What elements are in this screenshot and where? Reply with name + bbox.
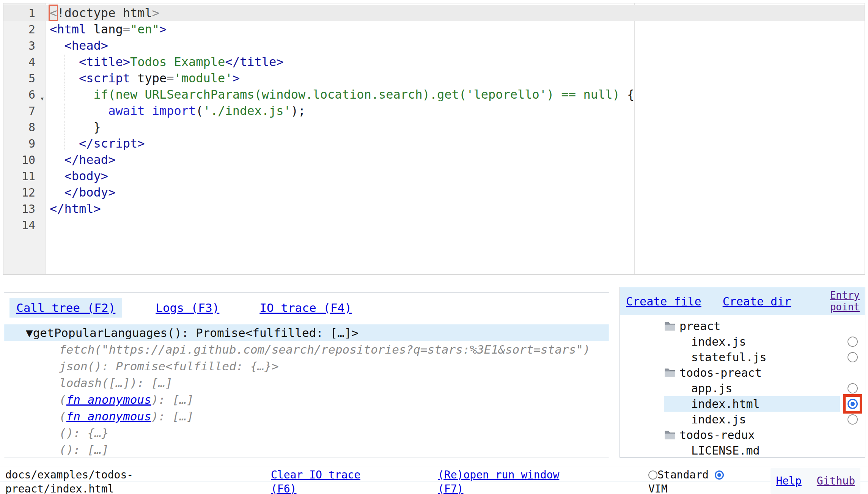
code-line[interactable]: 9 </script> bbox=[3, 135, 865, 152]
line-number: 1 bbox=[28, 5, 35, 21]
code-line[interactable]: 6▾ if(new URLSearchParams(window.locatio… bbox=[3, 87, 865, 103]
line-number: 12 bbox=[22, 184, 35, 201]
tree-file-row[interactable]: LICENSE.md bbox=[620, 443, 865, 458]
file-name[interactable]: todos-redux bbox=[679, 428, 755, 442]
tree-file-row[interactable]: index.js bbox=[620, 334, 865, 349]
tree-file-row[interactable]: index.js bbox=[620, 412, 865, 427]
call-tree-row[interactable]: (fn anonymous): […] bbox=[4, 391, 609, 408]
call-tree-row[interactable]: fetch("https://api.github.com/search/rep… bbox=[4, 341, 609, 358]
line-number: 11 bbox=[22, 168, 35, 184]
tree-dir-row[interactable]: todos-preact bbox=[620, 365, 865, 381]
code-line[interactable]: 10 </head> bbox=[3, 152, 865, 168]
fold-toggle-icon[interactable]: ▾ bbox=[40, 95, 44, 102]
entry-point-radio[interactable] bbox=[848, 399, 858, 409]
indent-guide bbox=[79, 87, 79, 102]
entry-point-radio[interactable] bbox=[848, 337, 858, 347]
code-line[interactable]: 12 </body> bbox=[3, 184, 865, 201]
line-number: 13 bbox=[22, 201, 35, 217]
code-line[interactable]: 4 <title>Todos Example</title> bbox=[3, 54, 865, 70]
tree-file-row[interactable]: index.html bbox=[620, 396, 865, 412]
collapse-icon[interactable]: ▼ bbox=[26, 326, 33, 340]
file-name[interactable]: stateful.js bbox=[691, 351, 767, 364]
call-tree-row[interactable]: ▼getPopularLanguages(): Promise<fulfille… bbox=[4, 324, 609, 341]
code-line[interactable]: 7 await import('./index.js'); bbox=[3, 103, 865, 119]
call-tree-row[interactable]: (): {…} bbox=[4, 425, 609, 441]
code-text: <title>Todos Example</title> bbox=[46, 54, 865, 70]
current-file-path: docs/examples/todos-preact/index.html bbox=[5, 468, 137, 494]
call-label: getPopularLanguages(): Promise<fulfilled… bbox=[33, 326, 359, 340]
entry-point-header-link[interactable]: Entry point bbox=[811, 289, 860, 313]
file-name[interactable]: index.js bbox=[691, 335, 746, 348]
create-file-button[interactable]: Create file bbox=[626, 295, 701, 308]
code-line[interactable]: 3 <head> bbox=[3, 38, 865, 54]
gutter-cell: 10 bbox=[3, 152, 46, 168]
create-dir-button[interactable]: Create dir bbox=[723, 295, 791, 308]
code-line[interactable]: 14 bbox=[3, 217, 865, 233]
tree-dir-row[interactable]: preact bbox=[620, 318, 865, 334]
call-tree-row[interactable]: (fn anonymous): […] bbox=[4, 408, 609, 425]
file-tree: preactindex.jsstateful.jstodos-preactapp… bbox=[620, 318, 865, 458]
call-tree-panel: Call tree (F2) Logs (F3) IO trace (F4) ▼… bbox=[4, 292, 609, 458]
tree-dir-row[interactable]: todos-redux bbox=[620, 427, 865, 443]
code-line[interactable]: 1<!doctype html> bbox=[3, 5, 865, 21]
call-label: (): […] bbox=[59, 443, 109, 456]
file-name[interactable]: app.js bbox=[691, 382, 732, 395]
line-number: 5 bbox=[28, 70, 35, 87]
entry-point-radio[interactable] bbox=[848, 383, 858, 393]
vim-mode-label: VIM bbox=[648, 482, 758, 494]
code-line[interactable]: 11 <body> bbox=[3, 168, 865, 184]
tab-logs[interactable]: Logs (F3) bbox=[149, 298, 226, 318]
folder-icon bbox=[664, 368, 676, 378]
call-tree-row[interactable]: json(): Promise<fulfilled: {…}> bbox=[4, 358, 609, 374]
tree-file-row[interactable]: app.js bbox=[620, 381, 865, 396]
file-name[interactable]: index.js bbox=[691, 413, 746, 426]
gutter-cell: 5 bbox=[3, 70, 46, 87]
indent-guide bbox=[64, 120, 65, 135]
code-line[interactable]: 2<html lang="en"> bbox=[3, 21, 865, 38]
anonymous-fn-link[interactable]: fn anonymous bbox=[66, 409, 151, 423]
tree-file-row[interactable]: stateful.js bbox=[620, 349, 865, 365]
gutter-cell: 2 bbox=[3, 21, 46, 38]
call-label: ( bbox=[59, 393, 66, 406]
reopen-run-window-button[interactable]: (Re)open run window (F7) bbox=[438, 468, 563, 494]
file-name[interactable]: index.html bbox=[691, 397, 760, 411]
gutter-cell: 9 bbox=[3, 135, 46, 152]
help-link[interactable]: Help bbox=[776, 475, 801, 487]
call-label: ): […] bbox=[151, 409, 194, 423]
folder-icon bbox=[664, 321, 676, 331]
call-tree-row[interactable]: lodash([…]): […] bbox=[4, 374, 609, 391]
code-text: } bbox=[46, 119, 865, 135]
code-editor[interactable]: 1<!doctype html>2<html lang="en">3 <head… bbox=[3, 3, 865, 275]
call-label: ( bbox=[59, 409, 66, 423]
line-number: 10 bbox=[22, 152, 35, 168]
file-name[interactable]: todos-preact bbox=[679, 366, 762, 379]
file-name[interactable]: LICENSE.md bbox=[691, 444, 760, 457]
vim-mode-radio[interactable] bbox=[715, 470, 724, 480]
anonymous-fn-link[interactable]: fn anonymous bbox=[66, 393, 151, 406]
github-link[interactable]: Github bbox=[817, 475, 855, 487]
call-label: fetch("https://api.github.com/search/rep… bbox=[59, 343, 590, 356]
call-tree-row[interactable]: (): […] bbox=[4, 441, 609, 458]
indent-guide bbox=[94, 104, 94, 118]
gutter-cell: 4 bbox=[3, 54, 46, 70]
code-line[interactable]: 5 <script type='module'> bbox=[3, 70, 865, 87]
code-text: <body> bbox=[46, 168, 865, 184]
code-line[interactable]: 8 } bbox=[3, 119, 865, 135]
folder-icon bbox=[664, 430, 676, 440]
standard-mode-radio[interactable] bbox=[648, 470, 657, 480]
tab-call-tree[interactable]: Call tree (F2) bbox=[9, 298, 122, 318]
code-lines: 1<!doctype html>2<html lang="en">3 <head… bbox=[3, 3, 865, 233]
code-text bbox=[46, 217, 865, 233]
tab-io-trace[interactable]: IO trace (F4) bbox=[253, 298, 359, 318]
entry-point-radio[interactable] bbox=[848, 414, 858, 425]
clear-io-trace-button[interactable]: Clear IO trace (F6) bbox=[271, 468, 366, 494]
code-text: <script type='module'> bbox=[46, 70, 865, 87]
entry-point-radio[interactable] bbox=[848, 352, 858, 362]
call-label: ): […] bbox=[151, 393, 194, 406]
code-line[interactable]: 13</html> bbox=[3, 201, 865, 217]
line-number: 9 bbox=[28, 135, 35, 152]
file-name[interactable]: preact bbox=[679, 319, 720, 333]
line-number: 6 bbox=[28, 87, 35, 103]
status-bar-links: Help Github bbox=[771, 468, 860, 494]
gutter-cell: 3 bbox=[3, 38, 46, 54]
